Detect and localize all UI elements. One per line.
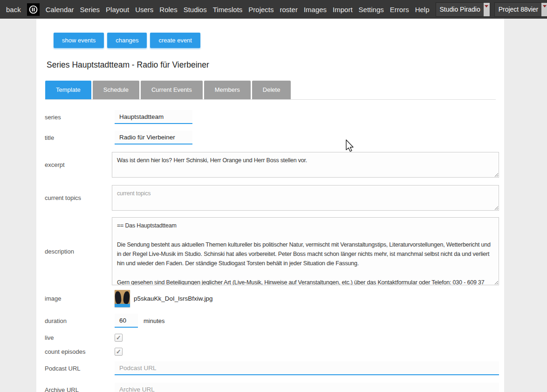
tab-members[interactable]: Members — [204, 81, 251, 99]
chevron-down-icon — [484, 3, 490, 16]
description-label: description — [45, 248, 115, 255]
nav-item-import[interactable]: Import — [333, 6, 353, 14]
current-topics-label: current topics — [45, 194, 115, 201]
podcast-url-input[interactable] — [115, 361, 499, 375]
top-nav: back Calendar Series Playout Users Roles… — [0, 0, 547, 19]
series-row: series — [36, 110, 504, 124]
nav-item-roles[interactable]: Roles — [159, 6, 177, 14]
project-select-value: Project 88vier — [499, 6, 539, 13]
archive-url-row: Archive URL — [36, 383, 504, 392]
nav-item-errors[interactable]: Errors — [390, 6, 409, 14]
nav-item-settings[interactable]: Settings — [359, 6, 384, 14]
description-textarea[interactable]: == Das Hauptstadtteam Die Sendung besteh… — [112, 217, 499, 285]
excerpt-row: excerpt Was ist denn hier los? Herr Schi… — [36, 152, 504, 178]
live-label: live — [45, 334, 115, 341]
nav-item-users[interactable]: Users — [135, 6, 153, 14]
nav-item-projects[interactable]: Projects — [248, 6, 274, 14]
title-input[interactable] — [115, 131, 192, 144]
changes-button[interactable]: changes — [107, 33, 147, 48]
project-select[interactable]: Project 88vier — [494, 2, 547, 17]
image-row: image p5skauKk_DoI_lsrsBfxiw.jpg — [36, 290, 504, 307]
studio-select[interactable]: Studio Piradio — [436, 2, 490, 17]
count-episodes-row: count episodes ✓ — [36, 348, 504, 356]
nav-item-studios[interactable]: Studios — [184, 6, 207, 14]
chevron-down-icon — [541, 3, 547, 16]
series-image-thumbnail[interactable] — [115, 290, 130, 307]
series-input[interactable] — [115, 110, 192, 124]
current-topics-textarea[interactable] — [112, 185, 499, 211]
duration-input[interactable] — [115, 314, 138, 328]
pause-circle-icon — [28, 5, 38, 14]
title-row: title — [36, 131, 504, 144]
excerpt-textarea[interactable]: Was ist denn hier los? Herr Schinski, He… — [112, 152, 499, 178]
live-checkbox[interactable]: ✓ — [115, 334, 123, 342]
series-label: series — [45, 114, 115, 121]
nav-item-help[interactable]: Help — [415, 6, 430, 14]
nav-item-roster[interactable]: roster — [280, 6, 298, 14]
current-topics-row: current topics — [36, 185, 504, 211]
tab-delete[interactable]: Delete — [252, 81, 291, 99]
tab-template[interactable]: Template — [45, 81, 91, 99]
count-episodes-checkbox[interactable]: ✓ — [115, 348, 123, 356]
check-icon: ✓ — [116, 335, 121, 341]
nav-item-calendar[interactable]: Calendar — [46, 6, 74, 14]
nav-item-timeslots[interactable]: Timeslots — [213, 6, 243, 14]
check-icon: ✓ — [116, 349, 121, 355]
nav-item-playout[interactable]: Playout — [106, 6, 129, 14]
series-template-form: series title excerpt Was ist denn hier l… — [36, 110, 504, 392]
tab-schedule[interactable]: Schedule — [93, 81, 139, 99]
podcast-url-row: Podcast URL — [36, 361, 504, 375]
tab-bar: Template Schedule Current Events Members… — [45, 81, 496, 100]
duration-row: duration minutes — [36, 314, 504, 328]
image-filename: p5skauKk_DoI_lsrsBfxiw.jpg — [134, 295, 213, 302]
show-events-button[interactable]: show events — [54, 33, 104, 48]
live-row: live ✓ — [36, 334, 504, 342]
studio-select-value: Studio Piradio — [440, 6, 480, 13]
page-title: Series Hauptstadtteam - Radio für Vierbe… — [47, 60, 504, 69]
create-event-button[interactable]: create event — [150, 33, 200, 48]
back-link[interactable]: back — [6, 6, 21, 14]
toolbar: show events changes create event — [54, 33, 504, 48]
app-logo-pause-circle-icon[interactable] — [27, 3, 40, 16]
excerpt-label: excerpt — [45, 161, 115, 168]
count-episodes-label: count episodes — [45, 348, 115, 355]
archive-url-input[interactable] — [115, 383, 499, 392]
duration-suffix: minutes — [144, 317, 165, 324]
description-row: description == Das Hauptstadtteam Die Se… — [36, 217, 504, 285]
main-content: show events changes create event Series … — [36, 19, 504, 392]
podcast-url-label: Podcast URL — [45, 365, 115, 372]
nav-item-images[interactable]: Images — [304, 6, 327, 14]
title-label: title — [45, 134, 115, 141]
nav-item-series[interactable]: Series — [80, 6, 100, 14]
image-label: image — [45, 295, 115, 302]
tab-current-events[interactable]: Current Events — [141, 81, 203, 99]
archive-url-label: Archive URL — [45, 386, 115, 392]
duration-label: duration — [45, 317, 115, 324]
nav-right-group: Studio Piradio Project 88vier Logout mil… — [436, 2, 547, 17]
